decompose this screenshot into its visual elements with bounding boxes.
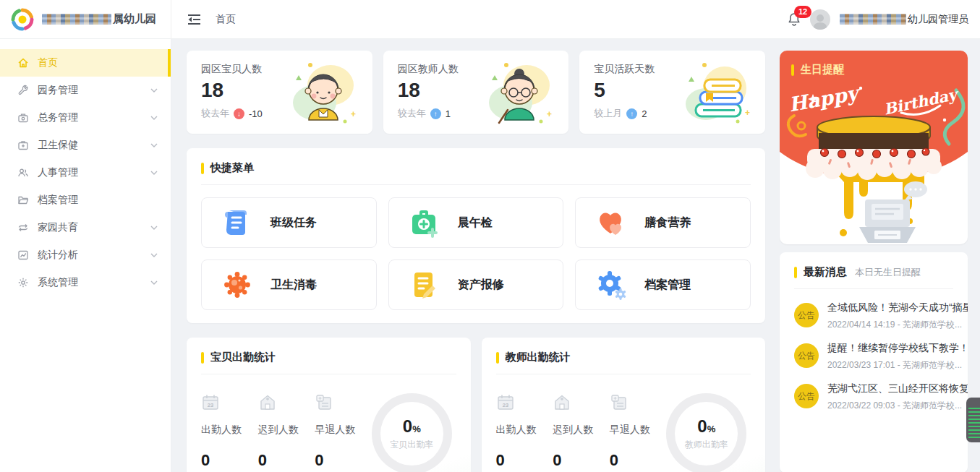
birthday-reminder-card: 生日提醒 Happy Birthday [780,51,968,244]
sidebar-item-home[interactable]: 首页 [0,49,171,77]
sidebar-item-system-mgmt[interactable]: 系统管理 [0,269,171,296]
news-title: 最新消息 [804,265,847,279]
top-header: 属幼儿园 首页 12 幼儿园管理员 [0,0,980,39]
news-item[interactable]: 公告 提醒！继续暂停学校线下教学！... 2022/03/23 17:01 - … [794,342,953,372]
attendance-stat-label: 出勤人数 [201,424,258,437]
user-name[interactable]: 幼儿园管理员 [840,13,968,26]
news-item-time: 2022/03/22 09:03 - 芜湖师范学校... [827,400,968,412]
divider [496,374,751,374]
attendance-stat-value: 0 [553,451,610,470]
stat-card-active-days: 宝贝活跃天数 5 较上月 ↑ 2 + [579,51,765,134]
teacher-illustration: + [477,59,558,129]
app-title-suffix: 属幼儿园 [113,12,156,26]
chevron-down-icon [150,88,158,93]
sidebar-item-label: 卫生保健 [38,139,78,152]
main-content: 园区宝贝人数 18 较去年 ↓ -10 + [171,39,980,472]
edge-floating-widget[interactable] [966,398,980,442]
sidebar-collapse-icon[interactable] [187,14,201,25]
asset-repair-icon [409,270,440,300]
section-accent-bar [794,267,797,278]
svg-text:+: + [745,108,750,118]
morning-check-icon [409,207,440,238]
attendance-rate-donut: 0% 宝贝出勤率 [372,393,452,472]
sidebar-item-label: 人事管理 [38,166,78,179]
sidebar-item-archive-mgmt[interactable]: 档案管理 [0,186,171,214]
quick-menu-panel: 快捷菜单 班级任务 [187,148,765,323]
attendance-rate-unit: % [707,424,716,434]
child-attendance-panel: 宝贝出勤统计 23 出勤人数 0 [187,338,471,472]
quick-item-label: 档案管理 [644,278,691,293]
attendance-stat-label: 早退人数 [315,424,372,437]
printer-illustration [859,181,927,243]
sidebar-item-label: 总务管理 [38,111,78,124]
quick-item-archive[interactable]: 档案管理 [575,259,751,310]
notification-bell[interactable]: 12 [788,12,801,26]
quick-item-morning-check[interactable]: 晨午检 [388,197,564,248]
sidebar-item-campus-mgmt[interactable]: 园务管理 [0,77,171,104]
svg-text:23: 23 [502,402,508,408]
attendance-title: 教师出勤统计 [506,351,571,364]
attendance-stat-label: 迟到人数 [258,424,315,437]
stat-delta: 1 [446,108,451,119]
quick-item-asset-repair[interactable]: 资产报修 [388,259,564,310]
report-icon [610,393,629,412]
stat-card-teacher-count: 园区教师人数 18 较去年 ↑ 1 + [383,51,569,134]
house-icon [258,393,277,412]
svg-text:+: + [547,109,552,119]
attendance-rate-unit: % [412,424,421,434]
sidebar-item-health-care[interactable]: 卫生保健 [0,132,171,159]
attendance-rate-label: 宝贝出勤率 [390,439,433,451]
quick-menu-title: 快捷菜单 [210,161,254,175]
news-item[interactable]: 公告 全域低风险！芜湖今天成功“摘星”! 2022/04/14 14:19 - … [794,301,953,331]
trend-up-icon: ↑ [626,108,637,119]
sidebar-item-home-school[interactable]: 家园共育 [0,214,171,241]
svg-text:+: + [351,109,356,119]
section-accent-bar [496,352,499,364]
attendance-stat-late: 迟到人数 0 [258,393,315,470]
attendance-stat-label: 出勤人数 [496,424,553,437]
books-illustration: + [674,59,755,129]
sidebar-item-statistics[interactable]: 统计分析 [0,241,171,269]
attendance-row: 宝贝出勤统计 23 出勤人数 0 [187,338,765,472]
sidebar-item-general-affairs[interactable]: 总务管理 [0,104,171,132]
attendance-stat-early-leave: 早退人数 0 [610,393,667,470]
birthday-title: 生日提醒 [801,63,844,77]
user-avatar[interactable] [810,9,830,30]
people-icon [17,167,30,179]
sidebar-item-hr-mgmt[interactable]: 人事管理 [0,159,171,186]
sidebar-nav: 首页 园务管理 总务管理 卫生保健 [0,39,171,472]
news-item[interactable]: 公告 芜湖弋江区、三山经开区将恢复... 2022/03/22 09:03 - … [794,382,953,412]
calendar-icon: 23 [201,393,220,412]
home-icon [17,57,30,69]
app-title: 属幼儿园 [42,12,156,26]
section-accent-bar [201,352,204,364]
house-icon [553,393,571,412]
breadcrumb[interactable]: 首页 [216,13,236,26]
quick-item-class-tasks[interactable]: 班级任务 [201,197,377,248]
nutrition-icon [596,207,626,238]
section-accent-bar [201,163,204,174]
sidebar-item-label: 系统管理 [38,276,78,289]
divider [794,288,953,289]
chevron-down-icon [150,226,158,230]
attendance-stat-value: 0 [201,451,258,470]
medkit-icon [17,140,30,151]
stat-compare-label: 较去年 [201,107,229,120]
attendance-stat-early-leave: 早退人数 0 [315,393,372,470]
notification-count-badge: 12 [794,6,811,18]
news-item-title: 芜湖弋江区、三山经开区将恢复... [827,382,968,395]
attendance-title: 宝贝出勤统计 [210,351,276,364]
news-item-time: 2022/04/14 14:19 - 芜湖师范学校... [827,319,968,331]
divider [201,184,751,185]
gear-icon [17,277,30,288]
quick-item-disinfection[interactable]: 卫生消毒 [201,259,377,310]
attendance-rate-value: 0 [697,416,707,436]
folder-icon [17,194,30,206]
sidebar-item-label: 家园共育 [38,221,78,234]
stat-compare-label: 较上月 [594,107,622,120]
quick-item-nutrition[interactable]: 膳食营养 [575,197,751,248]
stat-compare-label: 较去年 [398,107,426,120]
news-item-time: 2022/03/23 17:01 - 芜湖师范学校... [827,359,968,372]
briefcase-icon [17,112,30,124]
teacher-attendance-panel: 教师出勤统计 23 出勤人数 0 [482,338,766,472]
